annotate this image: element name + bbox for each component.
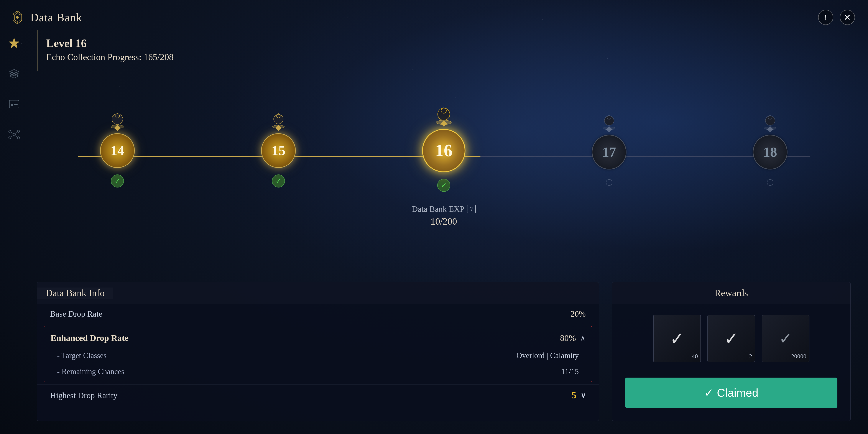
sidebar-item-layers[interactable] (5, 65, 23, 83)
svg-rect-12 (11, 104, 13, 106)
milestone-15[interactable]: 15 ✓ (261, 126, 296, 187)
exp-section: Data Bank EXP ? 10/200 (37, 204, 850, 227)
svg-point-29 (274, 114, 283, 124)
exp-label: Data Bank EXP ? (37, 204, 850, 214)
chevron-down-icon: ∨ (581, 391, 586, 400)
base-drop-rate-label: Base Drop Rate (50, 309, 102, 318)
info-button[interactable]: ! (818, 10, 833, 25)
rewards-panel-header: Rewards (612, 282, 850, 304)
milestone-18-dot (767, 179, 773, 186)
highest-drop-rarity-value: 5 ∨ (571, 390, 586, 401)
sidebar (0, 26, 28, 434)
reward-1-check-icon: ✓ (670, 329, 684, 349)
milestone-18[interactable]: 18 (753, 127, 787, 186)
milestone-17-dot (606, 179, 612, 186)
reward-item-2: ✓ 2 (707, 315, 755, 362)
reward-2-count: 2 (749, 353, 752, 360)
remaining-chances-row: - Remaining Chances 11/15 (44, 364, 592, 379)
claimed-button[interactable]: ✓ Claimed (625, 378, 837, 408)
base-drop-rate-value: 20% (570, 309, 586, 318)
svg-line-21 (15, 132, 18, 134)
svg-line-7 (13, 20, 14, 21)
remaining-chances-value: 11/15 (561, 367, 579, 376)
svg-line-4 (20, 14, 22, 15)
rewards-panel-title: Rewards (612, 287, 850, 299)
close-button[interactable]: ✕ (840, 10, 855, 25)
svg-point-37 (604, 116, 614, 125)
info-panel-title: Data Bank Info (37, 287, 113, 299)
reward-item-3: ✓ 20000 (762, 315, 809, 362)
target-classes-row: - Target Classes Overlord | Calamity (44, 347, 592, 364)
sidebar-item-card[interactable] (5, 95, 23, 113)
target-classes-value: Overlord | Calamity (517, 351, 579, 360)
enhanced-drop-rate-value: 80% ∧ (560, 333, 585, 343)
svg-rect-10 (9, 100, 19, 108)
reward-3-count: 20000 (791, 353, 806, 360)
milestone-15-orb[interactable]: 15 (261, 133, 296, 168)
milestone-14[interactable]: 14 ✓ (100, 126, 135, 187)
info-panel-header: Data Bank Info (37, 282, 599, 304)
milestone-16-check: ✓ (437, 179, 450, 192)
reward-item-1: ✓ 40 (653, 315, 701, 362)
svg-line-22 (11, 135, 13, 137)
info-panel: Data Bank Info Base Drop Rate 20% Enhanc… (37, 282, 599, 421)
reward-3-check-icon: ✓ (779, 330, 792, 348)
svg-line-8 (13, 14, 14, 15)
milestone-18-orb[interactable]: 18 (753, 135, 787, 169)
svg-point-2 (16, 16, 19, 19)
collection-progress: Echo Collection Progress: 165/208 (46, 52, 850, 62)
main-content: Level 16 Echo Collection Progress: 165/2… (28, 26, 868, 434)
svg-line-23 (15, 135, 18, 137)
milestones: 14 ✓ (37, 121, 850, 192)
highest-drop-rarity-row: Highest Drop Rarity 5 ∨ (37, 384, 599, 406)
enhanced-drop-rate-container: Enhanced Drop Rate 80% ∧ - Target Classe… (43, 326, 592, 382)
level-info: Level 16 Echo Collection Progress: 165/2… (37, 30, 850, 71)
reward-2-check-icon: ✓ (724, 329, 739, 349)
milestone-16[interactable]: 16 ✓ (422, 121, 465, 192)
milestone-17[interactable]: 17 (592, 127, 626, 186)
target-classes-label: - Target Classes (57, 351, 106, 360)
svg-point-33 (438, 108, 450, 120)
app-title: Data Bank (30, 11, 82, 24)
svg-point-17 (18, 130, 20, 132)
milestone-17-orb[interactable]: 17 (592, 135, 626, 169)
rewards-panel: Rewards ✓ 40 ✓ (612, 282, 850, 421)
remaining-chances-label: - Remaining Chances (57, 367, 124, 376)
header: Data Bank ! ✕ (0, 0, 868, 26)
milestone-14-orb[interactable]: 14 (100, 133, 135, 168)
svg-point-19 (18, 137, 20, 139)
base-drop-rate-row: Base Drop Rate 20% (37, 304, 599, 324)
enhanced-drop-rate-label: Enhanced Drop Rate (51, 333, 128, 343)
app-icon (9, 9, 26, 26)
sidebar-item-star[interactable] (5, 35, 23, 52)
enhanced-drop-rate-row: Enhanced Drop Rate 80% ∧ (44, 329, 592, 347)
milestone-14-check: ✓ (111, 175, 124, 187)
exp-value: 10/200 (37, 216, 850, 227)
milestone-15-check: ✓ (272, 175, 285, 187)
svg-point-16 (9, 130, 11, 132)
bottom-section: Data Bank Info Base Drop Rate 20% Enhanc… (37, 282, 850, 434)
sidebar-item-network[interactable] (5, 126, 23, 143)
content-area: Level 16 Echo Collection Progress: 165/2… (0, 26, 868, 434)
header-actions: ! ✕ (818, 10, 855, 25)
svg-line-20 (11, 132, 13, 134)
svg-point-18 (9, 137, 11, 139)
exp-question-icon[interactable]: ? (467, 205, 476, 213)
main-container: Data Bank ! ✕ (0, 0, 868, 434)
svg-point-41 (765, 116, 775, 125)
milestone-track: 14 ✓ (37, 113, 850, 200)
level-title: Level 16 (46, 37, 850, 50)
reward-item-2-inner: ✓ (708, 315, 755, 362)
progress-section: 14 ✓ (37, 71, 850, 282)
reward-1-count: 40 (692, 353, 698, 360)
rewards-items: ✓ 40 ✓ 2 (612, 304, 850, 371)
svg-marker-9 (9, 38, 19, 48)
svg-line-5 (20, 20, 22, 21)
svg-point-25 (112, 114, 123, 125)
highest-drop-rarity-label: Highest Drop Rarity (50, 391, 117, 400)
chevron-up-icon: ∧ (580, 334, 585, 342)
milestone-16-orb[interactable]: 16 (422, 129, 465, 172)
